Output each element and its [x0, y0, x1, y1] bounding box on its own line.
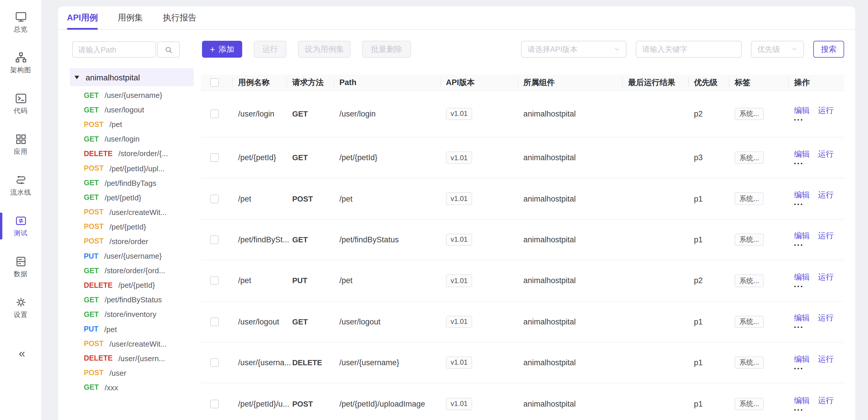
endpoint-method-label: POST: [84, 223, 104, 231]
edit-link[interactable]: 编辑: [794, 313, 810, 324]
row-checkbox[interactable]: [210, 235, 219, 244]
add-button[interactable]: + 添加: [202, 41, 242, 58]
run-link[interactable]: 运行: [818, 313, 834, 324]
path-search-button[interactable]: [157, 41, 180, 58]
set-case-set-button[interactable]: 设为用例集: [298, 41, 350, 58]
row-checkbox[interactable]: [210, 400, 219, 408]
search-button[interactable]: 搜索: [813, 41, 844, 58]
cell-tag: 系统...: [735, 234, 794, 246]
row-checkbox[interactable]: [210, 358, 219, 367]
run-link[interactable]: 运行: [818, 149, 834, 159]
sidebar-endpoint-item[interactable]: POST /user/createWit...: [70, 205, 201, 220]
edit-link[interactable]: 编辑: [794, 190, 810, 200]
run-link[interactable]: 运行: [818, 272, 834, 282]
batch-delete-button[interactable]: 批量删除: [362, 41, 411, 58]
sidebar-endpoint-item[interactable]: GET /user/{username}: [70, 88, 201, 102]
edit-link[interactable]: 编辑: [794, 395, 810, 406]
sidebar-endpoint-item[interactable]: GET /store/inventory: [70, 307, 201, 322]
sidebar-endpoint-item[interactable]: POST /user/createWit...: [70, 336, 201, 351]
sidebar-endpoint-item[interactable]: POST /pet: [70, 117, 201, 132]
sidebar-endpoint-item[interactable]: GET /user/login: [70, 132, 201, 147]
collapse-sidebar-button[interactable]: [15, 348, 27, 362]
tag-badge[interactable]: 系统...: [735, 316, 764, 328]
keyword-input[interactable]: [636, 41, 742, 58]
row-checkbox[interactable]: [210, 153, 219, 162]
api-version-badge: v1.01: [446, 192, 472, 205]
more-actions-button[interactable]: •••: [794, 325, 804, 331]
row-checkbox[interactable]: [210, 276, 219, 285]
sidebar-endpoint-item[interactable]: DELETE /pet/{petId}: [70, 278, 201, 293]
sidebar-endpoint-item[interactable]: PUT /user/{username}: [70, 249, 201, 263]
nav-label: 代码: [14, 107, 28, 115]
sidebar-endpoint-item[interactable]: DELETE /user/{usern...: [70, 351, 201, 365]
run-link[interactable]: 运行: [818, 190, 834, 200]
endpoint-method-label: GET: [84, 179, 99, 187]
search-icon: [164, 45, 173, 54]
tag-badge[interactable]: 系统...: [735, 108, 764, 120]
nav-item-architecture[interactable]: 架构图: [0, 51, 41, 74]
more-actions-button[interactable]: •••: [794, 117, 804, 123]
pipeline-icon: [14, 174, 27, 186]
nav-item-apps[interactable]: 应用: [0, 133, 41, 156]
sidebar-endpoint-item[interactable]: POST /store/order: [70, 234, 201, 249]
sidebar-endpoint-item[interactable]: POST /pet/{petId}/upl...: [70, 161, 201, 176]
nav-item-settings[interactable]: 设置: [0, 296, 41, 319]
run-link[interactable]: 运行: [818, 354, 834, 364]
sidebar-endpoint-item[interactable]: DELETE /store/order/{...: [70, 147, 201, 161]
run-link[interactable]: 运行: [818, 105, 834, 116]
endpoint-path-label: /pet/{petId}: [119, 281, 155, 290]
table-row: /user/logout GET /user/logout v1.01 anim…: [201, 301, 844, 342]
tree-group-animalhostpital[interactable]: animalhostpital: [70, 68, 194, 86]
more-actions-button[interactable]: •••: [794, 243, 804, 248]
endpoint-method-label: POST: [84, 164, 104, 173]
edit-link[interactable]: 编辑: [794, 149, 810, 159]
sidebar-endpoint-item[interactable]: GET /pet/findByTags: [70, 176, 201, 190]
priority-select[interactable]: 优先级: [751, 41, 804, 58]
nav-item-test[interactable]: 测试: [0, 214, 41, 238]
sidebar-endpoint-item[interactable]: GET /user/logout: [70, 102, 201, 117]
run-link[interactable]: 运行: [818, 395, 834, 406]
sidebar-endpoint-item[interactable]: GET /store/order/{ord...: [70, 263, 201, 278]
endpoint-path-label: /user/createWit...: [110, 208, 167, 217]
row-checkbox[interactable]: [210, 194, 219, 203]
sidebar-endpoint-item[interactable]: POST /user: [70, 366, 201, 380]
tag-badge[interactable]: 系统...: [735, 357, 764, 369]
row-checkbox[interactable]: [210, 110, 219, 118]
nav-item-overview[interactable]: 总览: [0, 10, 41, 34]
more-actions-button[interactable]: •••: [794, 284, 804, 290]
path-search-input[interactable]: [72, 41, 156, 58]
tag-badge[interactable]: 系统...: [735, 398, 764, 410]
nav-item-pipeline[interactable]: 流水线: [0, 174, 41, 197]
more-actions-button[interactable]: •••: [794, 408, 804, 413]
sidebar-endpoint-item[interactable]: GET /pet/findByStatus: [70, 293, 201, 307]
sidebar-endpoint-item[interactable]: PUT /pet: [70, 322, 201, 336]
nav-item-data[interactable]: 数据: [0, 255, 41, 278]
sidebar-endpoint-item[interactable]: POST /pet/{petId}: [70, 220, 201, 234]
tag-badge[interactable]: 系统...: [735, 274, 764, 287]
sidebar-endpoint-item[interactable]: GET /xxx: [70, 380, 201, 395]
nav-item-code[interactable]: 代码: [0, 92, 41, 115]
tab-api-cases[interactable]: API用例: [67, 6, 98, 29]
cell-api-version: v1.01: [446, 151, 523, 164]
tag-badge[interactable]: 系统...: [735, 192, 764, 205]
more-actions-button[interactable]: •••: [794, 366, 804, 371]
edit-link[interactable]: 编辑: [794, 272, 810, 282]
tab-execution-reports[interactable]: 执行报告: [163, 6, 196, 29]
tab-case-sets[interactable]: 用例集: [118, 6, 143, 29]
column-header-4: 所属组件: [523, 74, 628, 90]
api-version-select[interactable]: 请选择API版本: [521, 41, 626, 58]
more-actions-button[interactable]: •••: [794, 202, 804, 207]
select-all-checkbox[interactable]: [210, 78, 219, 87]
edit-link[interactable]: 编辑: [794, 231, 810, 241]
row-checkbox[interactable]: [210, 318, 219, 326]
edit-link[interactable]: 编辑: [794, 105, 810, 116]
tag-badge[interactable]: 系统...: [735, 234, 764, 246]
sidebar-endpoint-item[interactable]: GET /pet/{petId}: [70, 190, 201, 205]
run-button[interactable]: 运行: [254, 41, 286, 58]
cell-request-method: GET: [292, 235, 339, 244]
more-actions-button[interactable]: •••: [794, 161, 804, 166]
cell-component: animalhostpital: [523, 358, 628, 367]
edit-link[interactable]: 编辑: [794, 354, 810, 364]
run-link[interactable]: 运行: [818, 231, 834, 241]
tag-badge[interactable]: 系统...: [735, 151, 764, 164]
